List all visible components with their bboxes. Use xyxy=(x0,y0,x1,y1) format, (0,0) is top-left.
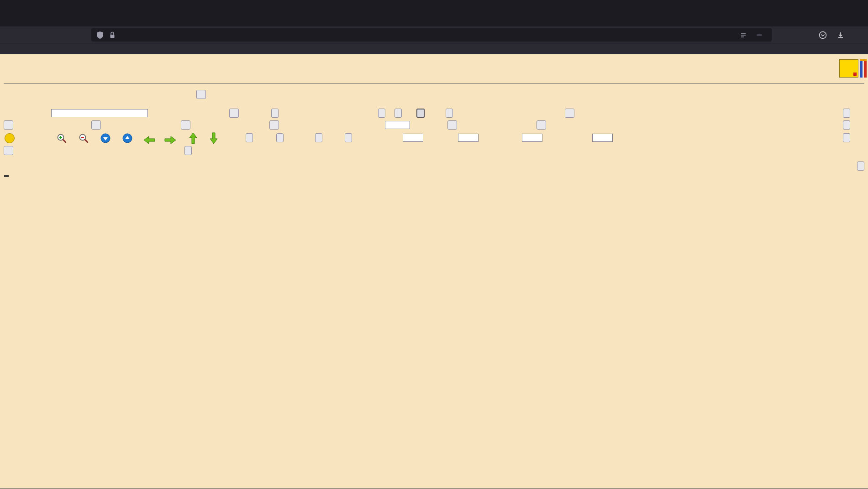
blue-up-glyph xyxy=(122,133,132,143)
how-to-use-button[interactable] xyxy=(857,161,864,171)
spectra-functions-dropdown[interactable] xyxy=(565,109,574,118)
green-right-glyph xyxy=(164,136,176,144)
x-button[interactable] xyxy=(246,133,253,142)
move-left-icon[interactable] xyxy=(143,134,155,146)
sync-icon[interactable] xyxy=(25,132,37,144)
multi-button[interactable] xyxy=(271,109,279,118)
zoom-level-badge[interactable] xyxy=(757,34,762,36)
navigation-toolbar xyxy=(0,26,868,43)
divider xyxy=(4,83,864,84)
zoom-out-icon[interactable] xyxy=(78,132,89,144)
zoom-in-glyph xyxy=(56,133,67,144)
new-tab-button[interactable] xyxy=(2,13,14,25)
green-up-glyph xyxy=(189,132,197,144)
spectrum-name-input[interactable] xyxy=(51,109,148,117)
download-icon[interactable] xyxy=(834,29,847,42)
window-controls xyxy=(821,0,868,11)
tags-fits-dropdown[interactable] xyxy=(269,120,279,130)
partner-logo xyxy=(860,59,867,78)
ymin-input[interactable] xyxy=(522,134,542,142)
green-down-glyph xyxy=(210,132,218,144)
scroll-up-icon[interactable] xyxy=(121,132,133,144)
page-header xyxy=(0,54,868,83)
radiation-glyph xyxy=(5,133,15,143)
linear-button[interactable] xyxy=(345,133,352,142)
zoom-in-icon[interactable] xyxy=(56,132,68,144)
update-rate-dropdown[interactable] xyxy=(4,146,13,155)
pocket-icon[interactable] xyxy=(816,29,830,42)
xmin-input[interactable] xyxy=(403,134,423,142)
reload-icon[interactable] xyxy=(31,29,45,42)
list-bullet xyxy=(4,175,9,177)
move-down-icon[interactable] xyxy=(208,132,220,144)
bookmarks-bar xyxy=(0,43,868,54)
maximize-icon[interactable] xyxy=(837,0,852,11)
midas-logo-mark xyxy=(853,73,857,76)
select-spectrum-dropdown[interactable] xyxy=(229,109,239,118)
update-all-button[interactable] xyxy=(416,109,425,118)
galleries-dropdown[interactable] xyxy=(447,120,457,130)
controls-row-1 xyxy=(0,108,868,120)
acquisition-server-dropdown[interactable] xyxy=(196,90,206,99)
shield-icon[interactable] xyxy=(96,31,104,39)
close-icon[interactable] xyxy=(852,0,868,11)
reader-mode-icon[interactable] xyxy=(739,31,747,39)
what-are-these-button[interactable] xyxy=(843,109,850,118)
ymax-input[interactable] xyxy=(592,134,613,142)
logos xyxy=(839,59,867,78)
midas-logo xyxy=(839,59,858,78)
controls-row-4 xyxy=(0,145,868,156)
tab-bar xyxy=(0,11,868,26)
blue-down-glyph xyxy=(100,133,110,143)
url-bar[interactable] xyxy=(91,28,772,42)
xmax-input[interactable] xyxy=(458,134,479,142)
toolbar-icons xyxy=(816,28,865,42)
show-button[interactable] xyxy=(378,109,385,118)
zero-button[interactable] xyxy=(446,109,453,118)
analysis-functions-dropdown[interactable] xyxy=(181,120,190,130)
scroll-down-icon[interactable] xyxy=(100,132,111,144)
arrange-functions-dropdown[interactable] xyxy=(91,120,101,130)
controls-row-2 xyxy=(0,120,868,131)
menu-bar xyxy=(0,0,868,11)
layout-dropdown[interactable] xyxy=(537,120,546,130)
channel-input[interactable] xyxy=(385,121,410,129)
menu-hamburger-icon[interactable] xyxy=(852,29,865,42)
move-right-icon[interactable] xyxy=(164,134,176,146)
radiation-icon[interactable] xyxy=(4,132,16,144)
auto-update-button[interactable] xyxy=(184,146,192,155)
green-left-glyph xyxy=(143,136,155,144)
controls-row-3 xyxy=(0,131,868,145)
forward-icon[interactable] xyxy=(17,29,31,42)
minimize-icon[interactable] xyxy=(821,0,837,11)
zoom-out-glyph xyxy=(78,133,89,144)
footer-buttons-row xyxy=(4,161,864,171)
lock-icon[interactable] xyxy=(108,31,116,39)
new-button[interactable] xyxy=(276,133,284,142)
all-button[interactable] xyxy=(315,133,322,142)
move-up-icon[interactable] xyxy=(187,132,199,144)
acquisition-row xyxy=(0,89,868,101)
what-are-these-button[interactable] xyxy=(843,120,850,130)
what-are-these-button[interactable] xyxy=(843,133,850,142)
view-functions-dropdown[interactable] xyxy=(4,120,13,130)
spectrum-browser-page xyxy=(0,54,868,489)
back-icon[interactable] xyxy=(4,29,17,42)
update-button[interactable] xyxy=(395,109,402,118)
